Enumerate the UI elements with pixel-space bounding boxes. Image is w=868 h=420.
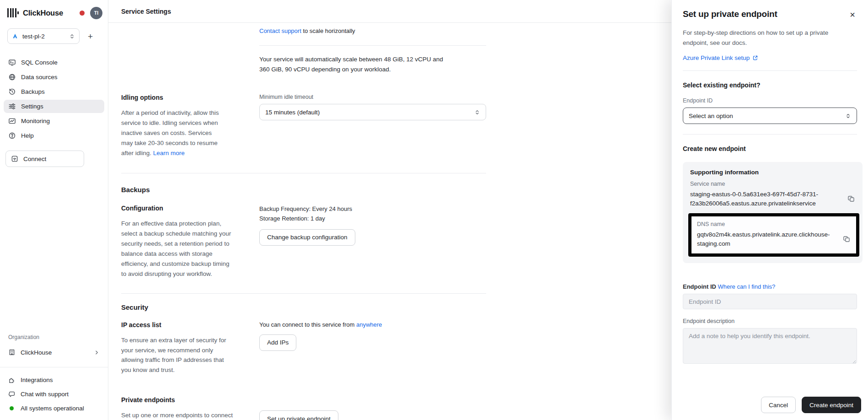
endpoint-description-textarea[interactable] (683, 328, 857, 364)
system-status-item[interactable]: All systems operational (4, 402, 104, 415)
brand-name: ClickHouse (23, 9, 63, 17)
divider (121, 293, 486, 294)
sidebar-item-label: Monitoring (21, 118, 50, 124)
sidebar-item-label: Data sources (21, 74, 58, 81)
copy-icon[interactable] (843, 235, 851, 243)
sidebar-bottom: Organization ClickHouse Integrations (0, 334, 108, 420)
anywhere-link[interactable]: anywhere (356, 321, 382, 328)
auto-scale-text: Your service will automatically scale be… (259, 54, 451, 74)
system-status-label: All systems operational (21, 405, 84, 412)
sidebar-item-monitoring[interactable]: Monitoring (4, 114, 104, 128)
divider (683, 134, 857, 135)
divider (259, 45, 486, 46)
chevron-updown-icon (69, 33, 75, 39)
dns-name-label: DNS name (697, 221, 851, 227)
cancel-button[interactable]: Cancel (761, 397, 796, 413)
create-new-endpoint-title: Create new endpoint (683, 145, 857, 152)
idle-timeout-value: 15 minutes (default) (265, 109, 474, 116)
azure-private-link-setup-link[interactable]: Azure Private Link setup (683, 54, 758, 61)
ip-access-description: To ensure an extra layer of security for… (121, 335, 231, 375)
setup-private-endpoint-button[interactable]: Set up private endpoint (259, 410, 338, 420)
service-name-value: staging-eastus-0-0.5a631ee3-697f-45d7-87… (690, 190, 843, 208)
settings-sliders-icon (8, 102, 16, 110)
existing-endpoint-select[interactable]: Select an option (683, 108, 857, 124)
sidebar-item-sql-console[interactable]: SQL Console (4, 56, 104, 69)
dns-name-highlight-annotation: DNS name gqtv8o2m4k.eastus.privatelink.a… (688, 213, 859, 257)
connect-button-label: Connect (23, 156, 46, 162)
private-endpoints-section: Set up one or more endpoints to connect … (121, 410, 671, 420)
console-icon (8, 59, 16, 66)
close-icon[interactable]: × (848, 9, 857, 20)
idle-timeout-label: Minimum idle timeout (259, 94, 486, 100)
sidebar-item-label: Help (21, 132, 34, 139)
private-endpoints-description: Set up one or more endpoints to connect … (121, 410, 233, 420)
integrations-puzzle-icon (8, 377, 16, 384)
user-avatar[interactable]: TI (90, 7, 102, 19)
chat-support-label: Chat with support (21, 391, 69, 398)
sidebar-item-backups[interactable]: Backups (4, 85, 104, 98)
sidebar-item-label: SQL Console (21, 59, 58, 66)
integrations-item[interactable]: Integrations (4, 374, 104, 386)
sidebar-item-label: Backups (21, 88, 45, 95)
panel-content: Set up private endpoint × For step-by-st… (672, 0, 868, 390)
sidebar-item-help[interactable]: Help (4, 129, 104, 142)
panel-intro: For step-by-step directions on how to se… (683, 28, 834, 48)
copy-icon[interactable] (847, 195, 855, 203)
app-root: ClickHouse TI test-pl-2 + SQL Conso (0, 0, 868, 420)
contact-support-suffix: to scale horizontally (301, 27, 355, 34)
connect-icon (11, 155, 18, 162)
backups-section: Configuration For an effective data prot… (121, 205, 671, 279)
security-section: IP access list To ensure an extra layer … (121, 321, 671, 375)
organization-label: Organization (8, 334, 108, 340)
new-endpoint-id-label: Endpoint ID (683, 283, 718, 290)
chat-bubble-icon (8, 391, 16, 398)
private-endpoints-title: Private endpoints (121, 396, 671, 404)
sidebar-item-data-sources[interactable]: Data sources (4, 70, 104, 84)
add-service-button[interactable]: + (85, 31, 96, 42)
chevron-updown-icon (474, 109, 480, 115)
main-body: Contact support to scale horizontally Yo… (108, 23, 671, 420)
sidebar: ClickHouse TI test-pl-2 + SQL Conso (0, 0, 108, 420)
integrations-label: Integrations (21, 377, 53, 383)
service-selector-value: test-pl-2 (22, 33, 65, 40)
external-link-icon (752, 55, 758, 61)
backup-config-title: Configuration (121, 205, 249, 212)
idling-section: Idling options After a period of inactiv… (121, 94, 671, 158)
supporting-information-card: Supporting information Service name stag… (683, 162, 863, 263)
service-name-label: Service name (690, 181, 855, 187)
help-icon (8, 132, 16, 140)
service-selector[interactable]: test-pl-2 (7, 28, 80, 44)
main-area: Service Settings Contact support to scal… (108, 0, 671, 420)
select-existing-title: Select existing endpoint? (683, 81, 857, 89)
organization-name: ClickHouse (21, 349, 52, 356)
page-header: Service Settings (108, 0, 671, 23)
backup-frequency: Backup Frequency: Every 24 hours (259, 205, 486, 214)
contact-support-link[interactable]: Contact support (259, 27, 301, 34)
setup-endpoint-panel: Set up private endpoint × For step-by-st… (671, 0, 868, 420)
connect-button[interactable]: Connect (5, 151, 84, 167)
learn-more-link[interactable]: Learn more (153, 150, 185, 156)
data-sources-icon (8, 73, 16, 81)
sidebar-footer: Integrations Chat with support All syste… (4, 374, 104, 415)
divider (121, 173, 486, 173)
sidebar-item-label: Settings (21, 103, 43, 110)
backup-config-description: For an effective data protection plan, s… (121, 219, 233, 279)
change-backup-button[interactable]: Change backup configuration (259, 229, 355, 246)
endpoint-id-input[interactable] (683, 294, 857, 309)
idle-timeout-select[interactable]: 15 minutes (default) (259, 104, 486, 120)
monitoring-chart-icon (8, 117, 16, 125)
organization-item[interactable]: ClickHouse (4, 345, 104, 360)
organization-building-icon (8, 349, 16, 356)
brand-row: ClickHouse TI (7, 4, 102, 22)
where-find-link[interactable]: Where can I find this? (718, 283, 776, 290)
connect-wrap: Connect (5, 151, 102, 167)
sidebar-item-settings[interactable]: Settings (4, 100, 104, 113)
chat-support-item[interactable]: Chat with support (4, 388, 104, 400)
add-ips-button[interactable]: Add IPs (259, 334, 296, 351)
status-green-dot-icon (10, 406, 14, 410)
sidebar-nav: SQL Console Data sources Backups Setting… (4, 56, 104, 142)
create-endpoint-button[interactable]: Create endpoint (802, 397, 861, 413)
idling-title: Idling options (121, 94, 249, 101)
backups-history-icon (8, 88, 16, 96)
sidebar-divider (0, 367, 108, 367)
